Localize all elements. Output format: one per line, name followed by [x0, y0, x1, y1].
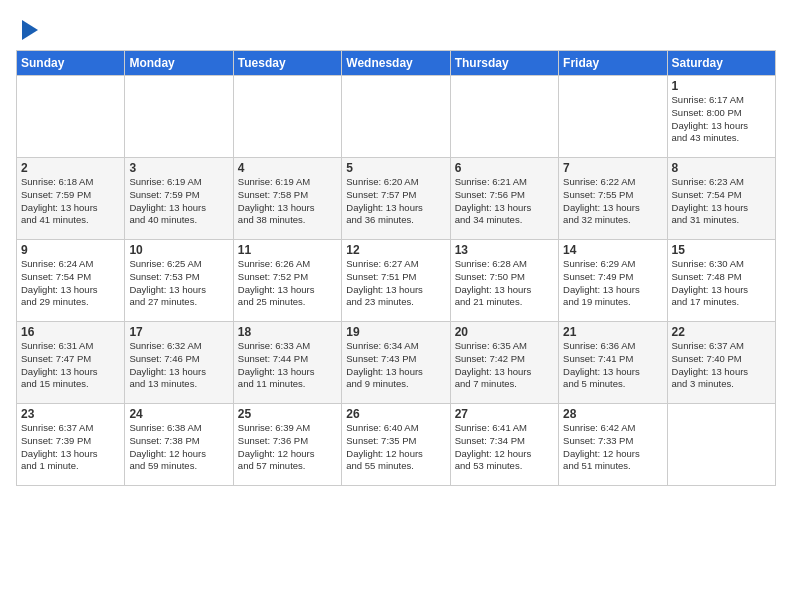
- calendar-cell: 6Sunrise: 6:21 AM Sunset: 7:56 PM Daylig…: [450, 158, 558, 240]
- day-info: Sunrise: 6:33 AM Sunset: 7:44 PM Dayligh…: [238, 340, 337, 391]
- calendar-cell: [667, 404, 775, 486]
- day-number: 11: [238, 243, 337, 257]
- day-info: Sunrise: 6:39 AM Sunset: 7:36 PM Dayligh…: [238, 422, 337, 473]
- day-info: Sunrise: 6:25 AM Sunset: 7:53 PM Dayligh…: [129, 258, 228, 309]
- day-number: 27: [455, 407, 554, 421]
- day-info: Sunrise: 6:28 AM Sunset: 7:50 PM Dayligh…: [455, 258, 554, 309]
- weekday-header-row: SundayMondayTuesdayWednesdayThursdayFrid…: [17, 51, 776, 76]
- calendar-cell: 1Sunrise: 6:17 AM Sunset: 8:00 PM Daylig…: [667, 76, 775, 158]
- weekday-header-wednesday: Wednesday: [342, 51, 450, 76]
- day-info: Sunrise: 6:37 AM Sunset: 7:40 PM Dayligh…: [672, 340, 771, 391]
- calendar-cell: 14Sunrise: 6:29 AM Sunset: 7:49 PM Dayli…: [559, 240, 667, 322]
- day-number: 26: [346, 407, 445, 421]
- day-number: 19: [346, 325, 445, 339]
- calendar-cell: 11Sunrise: 6:26 AM Sunset: 7:52 PM Dayli…: [233, 240, 341, 322]
- calendar-cell: 28Sunrise: 6:42 AM Sunset: 7:33 PM Dayli…: [559, 404, 667, 486]
- calendar-cell: 13Sunrise: 6:28 AM Sunset: 7:50 PM Dayli…: [450, 240, 558, 322]
- day-number: 24: [129, 407, 228, 421]
- calendar-cell: 25Sunrise: 6:39 AM Sunset: 7:36 PM Dayli…: [233, 404, 341, 486]
- day-number: 10: [129, 243, 228, 257]
- calendar-week-1: 1Sunrise: 6:17 AM Sunset: 8:00 PM Daylig…: [17, 76, 776, 158]
- day-info: Sunrise: 6:32 AM Sunset: 7:46 PM Dayligh…: [129, 340, 228, 391]
- calendar-cell: 21Sunrise: 6:36 AM Sunset: 7:41 PM Dayli…: [559, 322, 667, 404]
- weekday-header-tuesday: Tuesday: [233, 51, 341, 76]
- calendar-cell: [233, 76, 341, 158]
- weekday-header-sunday: Sunday: [17, 51, 125, 76]
- day-info: Sunrise: 6:34 AM Sunset: 7:43 PM Dayligh…: [346, 340, 445, 391]
- calendar-cell: 4Sunrise: 6:19 AM Sunset: 7:58 PM Daylig…: [233, 158, 341, 240]
- calendar-cell: [559, 76, 667, 158]
- calendar-cell: 19Sunrise: 6:34 AM Sunset: 7:43 PM Dayli…: [342, 322, 450, 404]
- day-info: Sunrise: 6:21 AM Sunset: 7:56 PM Dayligh…: [455, 176, 554, 227]
- day-info: Sunrise: 6:19 AM Sunset: 7:58 PM Dayligh…: [238, 176, 337, 227]
- day-info: Sunrise: 6:29 AM Sunset: 7:49 PM Dayligh…: [563, 258, 662, 309]
- day-info: Sunrise: 6:18 AM Sunset: 7:59 PM Dayligh…: [21, 176, 120, 227]
- day-number: 16: [21, 325, 120, 339]
- calendar-week-2: 2Sunrise: 6:18 AM Sunset: 7:59 PM Daylig…: [17, 158, 776, 240]
- calendar-cell: 12Sunrise: 6:27 AM Sunset: 7:51 PM Dayli…: [342, 240, 450, 322]
- day-number: 28: [563, 407, 662, 421]
- day-info: Sunrise: 6:35 AM Sunset: 7:42 PM Dayligh…: [455, 340, 554, 391]
- day-info: Sunrise: 6:23 AM Sunset: 7:54 PM Dayligh…: [672, 176, 771, 227]
- day-number: 12: [346, 243, 445, 257]
- calendar-cell: 23Sunrise: 6:37 AM Sunset: 7:39 PM Dayli…: [17, 404, 125, 486]
- calendar-cell: [450, 76, 558, 158]
- calendar-week-3: 9Sunrise: 6:24 AM Sunset: 7:54 PM Daylig…: [17, 240, 776, 322]
- day-number: 3: [129, 161, 228, 175]
- calendar-cell: 2Sunrise: 6:18 AM Sunset: 7:59 PM Daylig…: [17, 158, 125, 240]
- calendar-cell: 15Sunrise: 6:30 AM Sunset: 7:48 PM Dayli…: [667, 240, 775, 322]
- weekday-header-saturday: Saturday: [667, 51, 775, 76]
- day-number: 2: [21, 161, 120, 175]
- calendar-table: SundayMondayTuesdayWednesdayThursdayFrid…: [16, 50, 776, 486]
- calendar-cell: [17, 76, 125, 158]
- day-number: 23: [21, 407, 120, 421]
- calendar-cell: 9Sunrise: 6:24 AM Sunset: 7:54 PM Daylig…: [17, 240, 125, 322]
- calendar-cell: 24Sunrise: 6:38 AM Sunset: 7:38 PM Dayli…: [125, 404, 233, 486]
- logo: [16, 16, 38, 40]
- calendar-cell: 8Sunrise: 6:23 AM Sunset: 7:54 PM Daylig…: [667, 158, 775, 240]
- calendar-week-4: 16Sunrise: 6:31 AM Sunset: 7:47 PM Dayli…: [17, 322, 776, 404]
- day-info: Sunrise: 6:31 AM Sunset: 7:47 PM Dayligh…: [21, 340, 120, 391]
- day-number: 7: [563, 161, 662, 175]
- calendar-cell: 17Sunrise: 6:32 AM Sunset: 7:46 PM Dayli…: [125, 322, 233, 404]
- day-info: Sunrise: 6:24 AM Sunset: 7:54 PM Dayligh…: [21, 258, 120, 309]
- day-number: 1: [672, 79, 771, 93]
- day-number: 15: [672, 243, 771, 257]
- day-number: 22: [672, 325, 771, 339]
- calendar-cell: [125, 76, 233, 158]
- logo-arrow-icon: [22, 20, 38, 40]
- day-info: Sunrise: 6:19 AM Sunset: 7:59 PM Dayligh…: [129, 176, 228, 227]
- day-info: Sunrise: 6:17 AM Sunset: 8:00 PM Dayligh…: [672, 94, 771, 145]
- day-number: 21: [563, 325, 662, 339]
- day-info: Sunrise: 6:26 AM Sunset: 7:52 PM Dayligh…: [238, 258, 337, 309]
- day-number: 4: [238, 161, 337, 175]
- day-info: Sunrise: 6:36 AM Sunset: 7:41 PM Dayligh…: [563, 340, 662, 391]
- day-number: 14: [563, 243, 662, 257]
- weekday-header-friday: Friday: [559, 51, 667, 76]
- day-number: 5: [346, 161, 445, 175]
- day-info: Sunrise: 6:40 AM Sunset: 7:35 PM Dayligh…: [346, 422, 445, 473]
- day-info: Sunrise: 6:42 AM Sunset: 7:33 PM Dayligh…: [563, 422, 662, 473]
- calendar-cell: 27Sunrise: 6:41 AM Sunset: 7:34 PM Dayli…: [450, 404, 558, 486]
- calendar-cell: 26Sunrise: 6:40 AM Sunset: 7:35 PM Dayli…: [342, 404, 450, 486]
- calendar-week-5: 23Sunrise: 6:37 AM Sunset: 7:39 PM Dayli…: [17, 404, 776, 486]
- day-info: Sunrise: 6:37 AM Sunset: 7:39 PM Dayligh…: [21, 422, 120, 473]
- calendar-cell: 5Sunrise: 6:20 AM Sunset: 7:57 PM Daylig…: [342, 158, 450, 240]
- calendar-cell: 16Sunrise: 6:31 AM Sunset: 7:47 PM Dayli…: [17, 322, 125, 404]
- calendar-cell: [342, 76, 450, 158]
- day-info: Sunrise: 6:41 AM Sunset: 7:34 PM Dayligh…: [455, 422, 554, 473]
- day-number: 25: [238, 407, 337, 421]
- day-info: Sunrise: 6:22 AM Sunset: 7:55 PM Dayligh…: [563, 176, 662, 227]
- day-number: 17: [129, 325, 228, 339]
- weekday-header-thursday: Thursday: [450, 51, 558, 76]
- calendar-cell: 7Sunrise: 6:22 AM Sunset: 7:55 PM Daylig…: [559, 158, 667, 240]
- day-number: 13: [455, 243, 554, 257]
- day-number: 9: [21, 243, 120, 257]
- calendar-cell: 18Sunrise: 6:33 AM Sunset: 7:44 PM Dayli…: [233, 322, 341, 404]
- calendar-cell: 20Sunrise: 6:35 AM Sunset: 7:42 PM Dayli…: [450, 322, 558, 404]
- day-number: 8: [672, 161, 771, 175]
- weekday-header-monday: Monday: [125, 51, 233, 76]
- day-info: Sunrise: 6:30 AM Sunset: 7:48 PM Dayligh…: [672, 258, 771, 309]
- day-number: 18: [238, 325, 337, 339]
- day-info: Sunrise: 6:20 AM Sunset: 7:57 PM Dayligh…: [346, 176, 445, 227]
